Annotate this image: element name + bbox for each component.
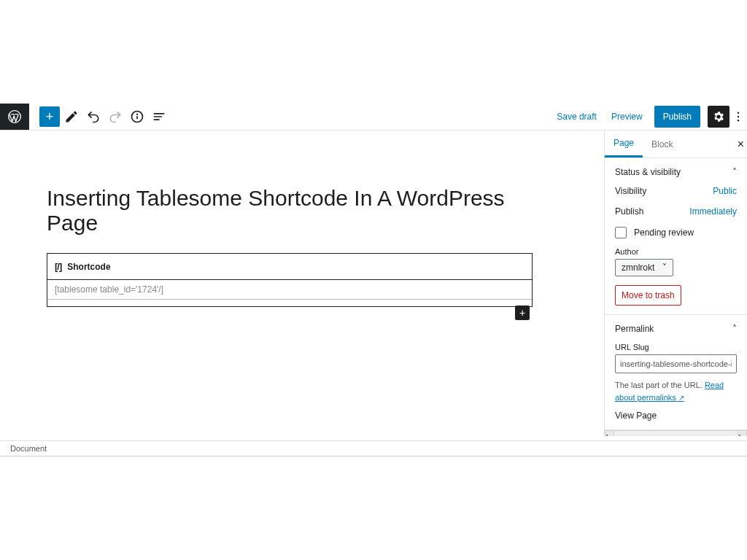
chevron-down-icon: ˅ (662, 262, 667, 273)
url-slug-input[interactable] (615, 354, 737, 373)
pending-review-checkbox[interactable] (615, 227, 627, 238)
outline-icon[interactable] (149, 106, 169, 127)
save-draft-button[interactable]: Save draft (549, 112, 604, 122)
shortcode-block[interactable]: [/] Shortcode (47, 253, 533, 307)
visibility-label: Visibility (615, 186, 646, 196)
svg-point-9 (738, 120, 739, 121)
editor-canvas-area: Inserting Tablesome Shortcode In A WordP… (0, 131, 604, 436)
svg-point-7 (738, 112, 739, 114)
settings-sidebar: Page Block × Status & visibility ˄ Visib… (604, 131, 747, 436)
permalink-help-text: The last part of the URL. Read about per… (615, 379, 737, 403)
status-visibility-panel: Status & visibility ˄ Visibility Public … (605, 158, 747, 315)
shortcode-label: Shortcode (67, 262, 110, 272)
author-select[interactable]: zmnlrokt ˅ (615, 259, 673, 276)
chevron-up-icon: ˄ (732, 167, 737, 177)
tab-block[interactable]: Block (643, 132, 681, 157)
visibility-value[interactable]: Public (713, 186, 737, 196)
more-options-button[interactable] (729, 106, 747, 128)
page-title[interactable]: Inserting Tablesome Shortcode In A WordP… (47, 186, 533, 236)
view-page-link[interactable]: View Page (615, 403, 737, 421)
edit-tool-icon[interactable] (61, 106, 82, 127)
editor-toolbar: + Save draft Preview Publish (0, 104, 747, 130)
sidebar-horizontal-scrollbar[interactable]: ‹ › (605, 430, 747, 436)
tab-page[interactable]: Page (605, 131, 643, 158)
close-icon[interactable]: × (738, 138, 744, 151)
pending-review-row[interactable]: Pending review (615, 227, 737, 238)
external-link-icon: ↗ (678, 394, 684, 402)
info-icon[interactable] (127, 106, 147, 127)
move-to-trash-button[interactable]: Move to trash (615, 285, 681, 306)
url-slug-label: URL Slug (615, 343, 737, 351)
add-block-button[interactable]: + (39, 106, 60, 127)
preview-button[interactable]: Preview (604, 112, 650, 122)
permalink-panel: Permalink ˄ URL Slug The last part of th… (605, 315, 747, 430)
permalink-panel-toggle[interactable]: Permalink ˄ (615, 324, 737, 334)
add-block-inline-button[interactable]: + (515, 306, 530, 320)
chevron-up-icon: ˄ (732, 324, 737, 334)
author-label: Author (615, 247, 737, 256)
undo-icon[interactable] (83, 106, 104, 127)
svg-point-8 (738, 116, 739, 117)
redo-icon (105, 106, 125, 127)
breadcrumb[interactable]: Document (0, 440, 747, 456)
svg-point-3 (137, 114, 138, 114)
wordpress-logo[interactable] (0, 104, 29, 130)
publish-button[interactable]: Publish (654, 106, 700, 128)
shortcode-icon: [/] (55, 261, 61, 272)
shortcode-input[interactable] (47, 280, 532, 299)
publish-value[interactable]: Immediately (689, 206, 737, 217)
status-panel-toggle[interactable]: Status & visibility ˄ (615, 167, 737, 177)
publish-label: Publish (615, 206, 643, 217)
settings-button[interactable] (708, 106, 729, 128)
